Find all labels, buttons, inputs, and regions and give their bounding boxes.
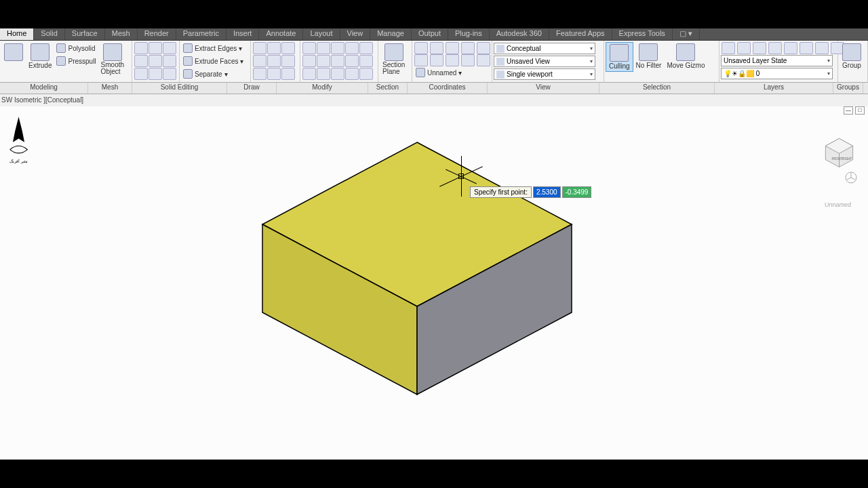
stretch-button[interactable] <box>345 55 359 67</box>
panel-title-modeling[interactable]: Modeling <box>0 83 88 94</box>
ucs-btn2[interactable] <box>430 42 443 54</box>
section-plane-button[interactable]: Section Plane <box>380 42 408 77</box>
viewport-dropdown[interactable]: Single viewport <box>494 68 595 80</box>
mesh-btn5[interactable] <box>149 55 162 67</box>
ucs-named-dropdown[interactable]: Unnamed ▾ <box>414 66 464 79</box>
ucs-btn9[interactable] <box>461 54 475 66</box>
tab-surface[interactable]: Surface <box>65 28 105 40</box>
fillet-button[interactable] <box>317 55 330 67</box>
dynamic-y-input[interactable]: -0.3499 <box>562 186 592 198</box>
move-button[interactable] <box>302 42 316 54</box>
tab-mesh[interactable]: Mesh <box>105 28 138 40</box>
rect-button[interactable] <box>267 55 281 67</box>
ucs-btn5[interactable] <box>477 42 490 54</box>
layer-btn1[interactable] <box>722 42 735 54</box>
ucs-btn6[interactable] <box>414 54 428 66</box>
ellipse-button[interactable] <box>281 55 295 67</box>
tab-featured[interactable]: Featured Apps <box>549 28 612 40</box>
layer-btn4[interactable] <box>768 42 782 54</box>
tab-solid[interactable]: Solid <box>34 28 64 40</box>
explode-button[interactable] <box>331 55 344 67</box>
no-filter-button[interactable]: No Filter <box>633 42 665 70</box>
break-button[interactable] <box>345 68 359 80</box>
layer-btn7[interactable] <box>815 42 829 54</box>
tab-view[interactable]: View <box>340 28 371 40</box>
spline-button[interactable] <box>253 68 267 80</box>
presspull-button[interactable]: Presspull <box>54 55 98 67</box>
layer-btn5[interactable] <box>784 42 797 54</box>
dynamic-x-input[interactable]: 2.5300 <box>533 186 561 198</box>
scale-button[interactable] <box>359 55 373 67</box>
ucs-btn1[interactable] <box>414 42 428 54</box>
panel-title-mesh[interactable]: Mesh <box>88 83 132 94</box>
layer-btn2[interactable] <box>737 42 751 54</box>
layer-btn6[interactable] <box>800 42 813 54</box>
offset-button[interactable] <box>317 68 330 80</box>
mirror-button[interactable] <box>302 55 316 67</box>
view-cube[interactable]: FRONTRIGHT <box>821 134 858 171</box>
tab-parametric[interactable]: Parametric <box>176 28 226 40</box>
join-button[interactable] <box>359 68 373 80</box>
copy-button[interactable] <box>359 42 373 54</box>
panel-title-section[interactable]: Section <box>368 83 408 94</box>
panel-title-coordinates[interactable]: Coordinates <box>408 83 488 94</box>
tab-plugins[interactable]: Plug-ins <box>448 28 490 40</box>
tab-layout[interactable]: Layout <box>303 28 340 40</box>
extrude-faces-button[interactable]: Extrude Faces ▾ <box>181 55 245 67</box>
ucs-btn3[interactable] <box>446 42 459 54</box>
mesh-btn4[interactable] <box>134 55 148 67</box>
line-button[interactable] <box>253 42 267 54</box>
box-button[interactable] <box>1 42 26 70</box>
tab-express[interactable]: Express Tools <box>612 28 673 40</box>
panel-title-draw[interactable]: Draw <box>227 83 277 94</box>
polysolid-button[interactable]: Polysolid <box>54 42 98 54</box>
panel-title-solid-editing[interactable]: Solid Editing <box>132 83 227 94</box>
mesh-btn6[interactable] <box>163 55 176 67</box>
tab-a360[interactable]: Autodesk 360 <box>490 28 549 40</box>
panel-title-groups[interactable]: Groups <box>833 83 863 94</box>
layer-state-dropdown[interactable]: Unsaved Layer State <box>721 55 833 66</box>
panel-title-layers[interactable]: Layers <box>715 83 833 94</box>
wcs-icon[interactable] <box>844 171 858 184</box>
panel-title-modify[interactable]: Modify <box>277 83 368 94</box>
polyline-button[interactable] <box>267 42 281 54</box>
circle-button[interactable] <box>253 55 267 67</box>
visual-style-dropdown[interactable]: Conceptual <box>494 43 595 54</box>
minimize-viewport[interactable]: — <box>844 106 853 115</box>
viewcube-ucs-label[interactable]: Unnamed <box>825 201 851 208</box>
point-button[interactable] <box>281 68 295 80</box>
tab-insert[interactable]: Insert <box>226 28 260 40</box>
arc-button[interactable] <box>281 42 295 54</box>
mesh-btn8[interactable] <box>149 68 162 80</box>
ucs-btn4[interactable] <box>461 42 475 54</box>
mesh-btn9[interactable] <box>163 68 176 80</box>
tab-annotate[interactable]: Annotate <box>259 28 303 40</box>
culling-button[interactable]: Culling <box>606 42 633 72</box>
extract-edges-button[interactable]: Extract Edges ▾ <box>181 42 245 54</box>
smooth-button[interactable]: Smooth Object <box>98 42 127 77</box>
array-button[interactable] <box>302 68 316 80</box>
view-dropdown[interactable]: Unsaved View <box>494 56 595 67</box>
mesh-btn2[interactable] <box>149 42 162 54</box>
layer-dropdown[interactable]: 💡☀🔒🟨 0 <box>721 68 833 79</box>
ucs-btn8[interactable] <box>446 54 459 66</box>
tab-output[interactable]: Output <box>412 28 448 40</box>
trim-button[interactable] <box>331 42 344 54</box>
mesh-btn3[interactable] <box>163 42 176 54</box>
separate-button[interactable]: Separate ▾ <box>181 68 245 80</box>
move-gizmo-button[interactable]: Move Gizmo <box>664 42 707 70</box>
ucs-btn7[interactable] <box>430 54 443 66</box>
ucs-btn10[interactable] <box>477 54 490 66</box>
rotate-button[interactable] <box>317 42 330 54</box>
maximize-viewport[interactable]: □ <box>855 106 865 115</box>
panel-title-selection[interactable]: Selection <box>599 83 715 94</box>
extrude-button[interactable]: Extrude <box>26 42 54 70</box>
mesh-btn7[interactable] <box>134 68 148 80</box>
align-button[interactable] <box>331 68 344 80</box>
mesh-btn1[interactable] <box>134 42 148 54</box>
layer-btn3[interactable] <box>753 42 766 54</box>
viewport[interactable]: — □ نشر آفرنگ Specify first point: 2.530… <box>0 106 868 460</box>
tab-manage[interactable]: Manage <box>370 28 412 40</box>
erase-button[interactable] <box>345 42 359 54</box>
panel-title-view[interactable]: View <box>488 83 599 94</box>
